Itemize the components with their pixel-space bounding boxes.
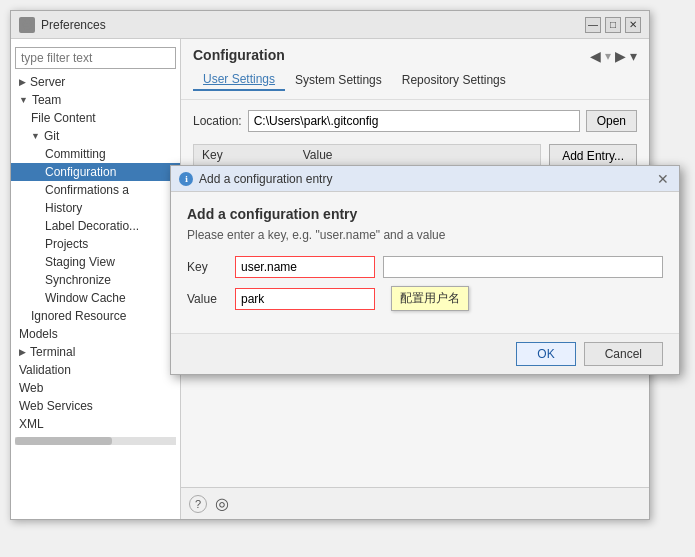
content-header-top: Configuration ◀ ▾ ▶ ▾ [193,47,637,69]
server-arrow: ▶ [19,77,26,87]
cancel-button[interactable]: Cancel [584,342,663,366]
location-input[interactable] [248,110,580,132]
filter-input[interactable] [15,47,176,69]
terminal-label: Terminal [30,345,75,359]
content-nav: User Settings System Settings Repository… [193,69,637,91]
bottom-toolbar: ? ◎ [181,487,649,519]
settings-icon[interactable]: ◎ [215,494,229,513]
help-icon[interactable]: ? [189,495,207,513]
location-label: Location: [193,114,242,128]
validation-label: Validation [19,363,71,377]
xml-label: XML [19,417,44,431]
value-form-row: Value 配置用户名 [187,286,663,311]
window-title: Preferences [41,18,106,32]
value-input[interactable] [235,288,375,310]
add-configuration-dialog: ℹ Add a configuration entry ✕ Add a conf… [170,165,680,375]
sidebar-item-models[interactable]: Models [11,325,180,343]
web-label: Web [19,381,43,395]
sidebar-item-file-content[interactable]: File Content [11,109,180,127]
team-arrow: ▼ [19,95,28,105]
key-form-row: Key [187,256,663,278]
window-cache-label: Window Cache [45,291,126,305]
dialog-title-bar: ℹ Add a configuration entry ✕ [171,166,679,192]
location-row: Location: Open [193,110,637,132]
dialog-icon: ℹ [179,172,193,186]
nav-arrows-container: ◀ ▾ ▶ ▾ [590,48,637,64]
nav-dropdown-icon[interactable]: ▾ [630,48,637,64]
open-button[interactable]: Open [586,110,637,132]
dialog-title-text: Add a configuration entry [199,172,332,186]
sidebar-item-validation[interactable]: Validation [11,361,180,379]
tab-user-settings[interactable]: User Settings [193,69,285,91]
sidebar-item-server[interactable]: ▶ Server [11,73,180,91]
nav-forward-icon[interactable]: ▶ [615,48,626,64]
value-header: Value [303,148,333,162]
file-content-label: File Content [31,111,96,125]
svg-text:ℹ: ℹ [185,175,188,184]
sidebar-item-confirmations[interactable]: Confirmations a [11,181,180,199]
svg-point-1 [26,23,29,26]
sidebar-item-git[interactable]: ▼ Git [11,127,180,145]
key-input[interactable] [235,256,375,278]
title-bar: Preferences — □ ✕ [11,11,649,39]
sidebar-item-window-cache[interactable]: Window Cache [11,289,180,307]
staging-view-label: Staging View [45,255,115,269]
key-extra-input[interactable] [383,256,663,278]
title-bar-left: Preferences [19,17,106,33]
key-form-label: Key [187,260,227,274]
dialog-footer: OK Cancel [171,333,679,374]
table-header: Key Value [194,145,540,166]
label-decorations-label: Label Decoratio... [45,219,139,233]
sidebar-item-web-services[interactable]: Web Services [11,397,180,415]
sidebar-item-staging-view[interactable]: Staging View [11,253,180,271]
web-services-label: Web Services [19,399,93,413]
sidebar-item-team[interactable]: ▼ Team [11,91,180,109]
confirmations-label: Confirmations a [45,183,129,197]
server-label: Server [30,75,65,89]
committing-label: Committing [45,147,106,161]
sidebar-item-history[interactable]: History [11,199,180,217]
dialog-body: Add a configuration entry Please enter a… [171,192,679,333]
team-label: Team [32,93,61,107]
key-header: Key [202,148,223,162]
tooltip-bubble: 配置用户名 [391,286,469,311]
tab-repository-settings[interactable]: Repository Settings [392,69,516,91]
sidebar-item-label-decorations[interactable]: Label Decoratio... [11,217,180,235]
sidebar-item-xml[interactable]: XML [11,415,180,433]
close-button[interactable]: ✕ [625,17,641,33]
configuration-label: Configuration [45,165,116,179]
nav-separator: ▾ [605,49,611,63]
git-label: Git [44,129,59,143]
sidebar: ▶ Server ▼ Team File Content ▼ Git [11,39,181,519]
sidebar-item-configuration[interactable]: Configuration [11,163,180,181]
sidebar-item-ignored-resource[interactable]: Ignored Resource [11,307,180,325]
maximize-button[interactable]: □ [605,17,621,33]
content-header: Configuration ◀ ▾ ▶ ▾ User Settings Syst… [181,39,649,100]
ignored-resource-label: Ignored Resource [31,309,126,323]
history-label: History [45,201,82,215]
dialog-heading: Add a configuration entry [187,206,663,222]
models-label: Models [19,327,58,341]
dialog-title-left: ℹ Add a configuration entry [179,172,332,186]
terminal-arrow: ▶ [19,347,26,357]
nav-back-icon[interactable]: ◀ [590,48,601,64]
projects-label: Projects [45,237,88,251]
preferences-icon [19,17,35,33]
synchronize-label: Synchronize [45,273,111,287]
sidebar-item-committing[interactable]: Committing [11,145,180,163]
sidebar-item-synchronize[interactable]: Synchronize [11,271,180,289]
ok-button[interactable]: OK [516,342,575,366]
sidebar-item-projects[interactable]: Projects [11,235,180,253]
sidebar-item-terminal[interactable]: ▶ Terminal [11,343,180,361]
value-form-label: Value [187,292,227,306]
tab-system-settings[interactable]: System Settings [285,69,392,91]
content-title: Configuration [193,47,285,63]
sidebar-item-web[interactable]: Web [11,379,180,397]
minimize-button[interactable]: — [585,17,601,33]
git-arrow: ▼ [31,131,40,141]
dialog-close-button[interactable]: ✕ [655,171,671,187]
dialog-subtitle: Please enter a key, e.g. "user.name" and… [187,228,663,242]
title-bar-controls: — □ ✕ [585,17,641,33]
